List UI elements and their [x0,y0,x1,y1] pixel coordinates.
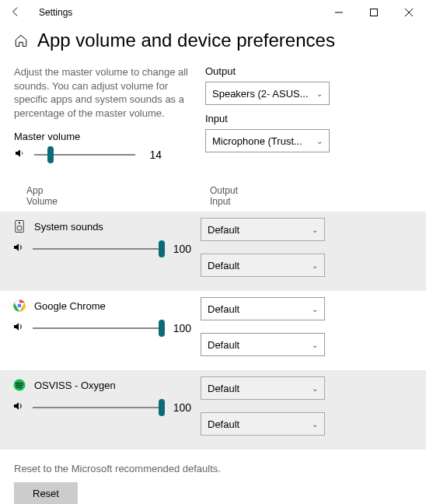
close-button[interactable] [391,0,426,25]
back-button[interactable] [9,5,25,20]
app-output-value: Default [208,383,239,394]
maximize-icon [370,9,378,16]
home-icon[interactable] [14,33,28,47]
titlebar: Settings [0,0,426,25]
master-volume-slider[interactable] [34,154,135,156]
app-name-label: OSVISS - Oxygen [34,380,116,391]
master-volume-label: Master volume [14,131,196,142]
output-select[interactable]: Speakers (2- ASUS... ⌄ [205,82,330,105]
app-name-label: Google Chrome [34,300,106,312]
app-input-select[interactable]: Default⌄ [201,254,325,277]
app-volume-slider[interactable] [33,248,165,250]
chevron-down-icon: ⌄ [312,420,318,429]
output-label: Output [205,65,330,77]
chevron-down-icon: ⌄ [316,137,323,145]
volume-icon[interactable] [14,147,26,162]
app-row: OSVISS - Oxygen 100 Default⌄ Default⌄ [0,370,426,450]
app-input-value: Default [208,339,239,351]
app-volume-icon[interactable] [12,320,25,335]
page-title: App volume and device preferences [37,30,335,51]
app-volume-icon[interactable] [12,241,25,256]
app-input-value: Default [208,418,239,430]
svg-point-4 [19,222,20,224]
app-volume-value: 100 [173,322,191,334]
chevron-down-icon: ⌄ [316,89,323,98]
reset-text: Reset to the Microsoft recommended defau… [14,462,412,476]
output-selected: Speakers (2- ASUS... [212,88,309,100]
app-volume-icon[interactable] [12,400,25,415]
app-input-select[interactable]: Default⌄ [201,412,325,436]
input-select[interactable]: Microphone (Trust... ⌄ [205,129,330,152]
app-output-select[interactable]: Default⌄ [201,297,325,320]
svg-point-7 [17,303,22,308]
app-output-select[interactable]: Default⌄ [201,218,325,241]
minimize-icon [335,9,343,16]
chevron-down-icon: ⌄ [312,384,318,393]
app-output-value: Default [208,224,239,236]
app-input-value: Default [208,260,239,271]
input-label: Input [205,113,330,124]
chevron-down-icon: ⌄ [312,226,318,234]
col-input: Input [210,196,334,207]
minimize-button[interactable] [321,0,356,25]
col-app: App [26,185,210,196]
reset-button[interactable]: Reset [14,482,78,504]
speaker-icon [12,320,25,333]
app-input-select[interactable]: Default⌄ [201,333,325,356]
chevron-down-icon: ⌄ [312,305,318,313]
app-volume-slider[interactable] [33,407,165,408]
app-row: Google Chrome 100 Default⌄ Default⌄ [0,291,426,370]
app-output-select[interactable]: Default⌄ [201,376,325,400]
column-headers: App Volume Output Input [14,185,412,212]
app-name-label: System sounds [34,221,103,233]
chevron-down-icon: ⌄ [312,261,318,270]
description-text: Adjust the master volume to change all s… [14,65,196,120]
svg-rect-1 [370,9,377,16]
spotify-icon [12,378,26,392]
window-controls [321,0,426,25]
col-output: Output [210,185,334,196]
app-output-value: Default [208,303,239,315]
app-row: System sounds 100 Default⌄ Default⌄ [0,212,426,291]
close-icon [405,9,413,16]
speaker-icon [14,147,26,159]
arrow-left-icon [9,5,22,18]
chevron-down-icon: ⌄ [312,341,318,349]
speaker-icon [12,241,25,254]
input-selected: Microphone (Trust... [212,135,302,147]
app-volume-value: 100 [173,401,191,414]
app-volume-value: 100 [173,243,191,255]
maximize-button[interactable] [356,0,391,25]
app-list: System sounds 100 Default⌄ Default⌄ [0,212,426,450]
col-volume: Volume [26,196,210,207]
system-sounds-icon [12,219,26,233]
master-volume-value: 14 [143,149,162,161]
app-name: Settings [39,7,72,18]
svg-point-3 [17,226,22,230]
chrome-icon [12,299,26,313]
speaker-icon [12,400,25,412]
app-volume-slider[interactable] [33,327,165,329]
